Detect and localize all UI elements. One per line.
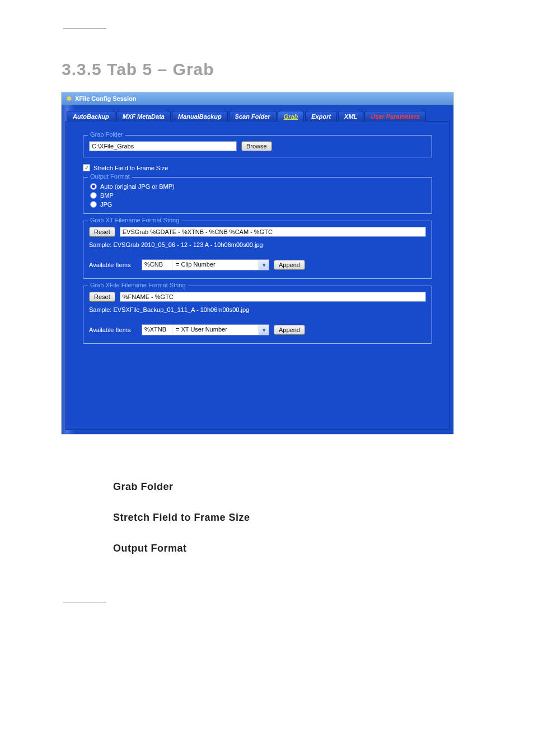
group-grab-folder: Grab Folder Browse — [83, 135, 432, 157]
window-title: XFile Config Session — [75, 95, 136, 102]
body-text: Grab Folder Stretch Field to Frame Size … — [113, 481, 427, 554]
tab-manualbackup[interactable]: ManualBackup — [172, 111, 228, 122]
xfile-append-button[interactable]: Append — [274, 325, 305, 335]
header-rule — [63, 28, 106, 29]
tab-mxf-metadata[interactable]: MXF MetaData — [116, 111, 171, 122]
radio-jpg[interactable]: JPG — [90, 201, 426, 208]
tab-panel: Grab Folder Browse ✓ Stretch Field to Fr… — [65, 121, 449, 430]
xfile-combo-code: %XTNB — [142, 325, 172, 335]
stretch-checkbox-row[interactable]: ✓ Stretch Field to Frame Size — [83, 164, 432, 171]
heading-stretch-field: Stretch Field to Frame Size — [113, 512, 427, 524]
browse-button[interactable]: Browse — [241, 141, 272, 151]
heading-output-format: Output Format — [113, 543, 427, 554]
xfile-reset-button[interactable]: Reset — [89, 292, 115, 302]
tab-user-parameters[interactable]: User Parameters — [364, 111, 425, 122]
stretch-label: Stretch Field to Frame Size — [93, 165, 168, 171]
radio-jpg-label: JPG — [100, 201, 112, 208]
section-heading: 3.3.5 Tab 5 – Grab — [62, 60, 497, 79]
radio-bmp[interactable]: BMP — [90, 192, 426, 199]
group-xfile-filename: Grab XFile Filename Format String Reset … — [83, 286, 432, 344]
footer-rule — [63, 603, 106, 603]
xfile-sample-text: Sample: EVSXFile_Backup_01_111_A - 10h06… — [89, 306, 426, 313]
group-output-format-legend: Output Format — [88, 173, 132, 180]
tab-grab[interactable]: Grab — [278, 111, 305, 122]
tab-row: AutoBackup MXF MetaData ManualBackup Sca… — [65, 109, 449, 121]
chevron-down-icon: ▾ — [259, 260, 269, 270]
tab-autobackup[interactable]: AutoBackup — [67, 111, 115, 122]
titlebar: ✱ XFile Config Session — [62, 92, 453, 105]
group-grab-folder-legend: Grab Folder — [88, 131, 125, 138]
check-icon: ✓ — [83, 164, 90, 171]
radio-icon — [90, 183, 97, 190]
xfile-available-label: Available Items — [89, 326, 137, 333]
xt-sample-text: Sample: EVSGrab 2010_05_06 - 12 - 123 A … — [89, 241, 426, 248]
group-output-format: Output Format Auto (original JPG or BMP)… — [83, 177, 432, 214]
xfile-combo-desc: = XT User Number — [172, 325, 259, 335]
radio-auto[interactable]: Auto (original JPG or BMP) — [90, 183, 426, 190]
tab-xml[interactable]: XML — [338, 111, 363, 122]
window: ✱ XFile Config Session AutoBackup MXF Me… — [62, 92, 453, 434]
group-xt-filename-legend: Grab XT Filename Format String — [88, 217, 181, 223]
group-xt-filename: Grab XT Filename Format String Reset Sam… — [83, 221, 432, 279]
xfile-available-combo[interactable]: %XTNB = XT User Number ▾ — [142, 324, 269, 335]
xt-available-combo[interactable]: %CNB = Clip Number ▾ — [142, 259, 269, 270]
radio-icon — [90, 192, 97, 199]
xt-combo-code: %CNB — [142, 260, 172, 270]
xt-append-button[interactable]: Append — [274, 260, 305, 270]
chevron-down-icon: ▾ — [259, 325, 269, 335]
xt-available-label: Available Items — [89, 262, 137, 268]
group-xfile-filename-legend: Grab XFile Filename Format String — [88, 282, 188, 288]
tab-export[interactable]: Export — [305, 111, 337, 122]
xt-reset-button[interactable]: Reset — [89, 227, 115, 237]
app-icon: ✱ — [65, 95, 73, 102]
tab-scan-folder[interactable]: Scan Folder — [229, 111, 277, 122]
xfile-format-input[interactable] — [120, 292, 426, 302]
xt-combo-desc: = Clip Number — [172, 260, 259, 270]
radio-bmp-label: BMP — [100, 192, 114, 199]
radio-auto-label: Auto (original JPG or BMP) — [100, 183, 175, 190]
radio-icon — [90, 201, 97, 208]
grab-folder-path-input[interactable] — [89, 141, 237, 151]
heading-grab-folder: Grab Folder — [113, 481, 427, 493]
xt-format-input[interactable] — [120, 227, 426, 237]
